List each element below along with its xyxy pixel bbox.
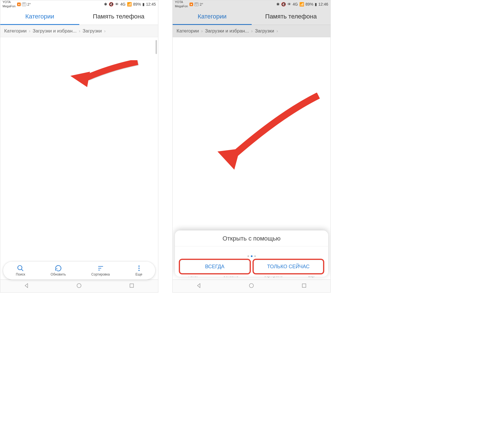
file-list xyxy=(0,37,158,262)
status-bar: YOTAMegaFon ●⛉2° ✱🔇👁4G📶 89%▮ 12:46 xyxy=(173,0,330,8)
open-with-sheet: Открыть с помощью ВСЕГДА ТОЛЬКО СЕЙЧАС xyxy=(175,230,328,277)
svg-point-2 xyxy=(138,268,139,269)
tab-categories[interactable]: Категории xyxy=(0,8,79,25)
recents-button[interactable] xyxy=(301,283,307,290)
tab-storage[interactable]: Память телефона xyxy=(79,8,158,25)
svg-point-4 xyxy=(77,283,81,288)
just-once-button[interactable]: ТОЛЬКО СЕЙЧАС xyxy=(254,260,323,273)
home-button[interactable] xyxy=(76,283,82,290)
android-navbar xyxy=(0,279,158,292)
phone-right: YOTAMegaFon ●⛉2° ✱🔇👁4G📶 89%▮ 12:46 Катег… xyxy=(172,0,331,293)
tab-storage[interactable]: Память телефона xyxy=(252,8,331,25)
tabs: Категории Память телефона xyxy=(0,8,158,25)
app-grid xyxy=(175,246,328,254)
scrollbar[interactable] xyxy=(156,40,157,54)
svg-rect-7 xyxy=(302,284,306,287)
always-button[interactable]: ВСЕГДА xyxy=(180,260,250,273)
back-button[interactable] xyxy=(24,283,30,290)
status-bar: YOTAMegaFon ●⛉2° ✱ 🔇 👁 4G 📶 89% ▮ 12:45 xyxy=(0,0,158,8)
battery-icon: ▮ xyxy=(142,2,145,6)
home-button[interactable] xyxy=(248,283,254,290)
sheet-title: Открыть с помощью xyxy=(175,230,328,246)
breadcrumb[interactable]: Категории› Загрузки и избран...› Загрузк… xyxy=(173,25,330,37)
clock: 12:46 xyxy=(318,2,328,6)
phone-left: YOTAMegaFon ●⛉2° ✱ 🔇 👁 4G 📶 89% ▮ 12:45 … xyxy=(0,0,158,293)
breadcrumb[interactable]: Категории› Загрузки и избран...› Загрузк… xyxy=(0,25,158,37)
eye-icon: 👁 xyxy=(115,2,119,6)
refresh-button[interactable]: Обновить xyxy=(51,265,66,276)
network-icon: 4G xyxy=(120,2,126,6)
bluetooth-icon: ✱ xyxy=(104,2,107,6)
svg-point-3 xyxy=(138,270,139,271)
android-navbar xyxy=(173,279,330,292)
recents-button[interactable] xyxy=(129,283,135,290)
svg-point-0 xyxy=(18,265,22,270)
tabs: Категории Память телефона xyxy=(173,8,330,25)
svg-point-6 xyxy=(249,283,254,288)
mute-icon: 🔇 xyxy=(109,2,114,6)
signal-icon: 📶 xyxy=(127,2,132,6)
search-button[interactable]: Поиск xyxy=(16,265,25,276)
tab-categories[interactable]: Категории xyxy=(173,8,252,25)
clock: 12:45 xyxy=(146,2,156,6)
svg-rect-5 xyxy=(130,284,134,287)
bottom-toolbar: Поиск Обновить Сортировка Еще xyxy=(3,262,155,279)
more-button[interactable]: Еще xyxy=(135,265,143,276)
back-button[interactable] xyxy=(196,283,202,290)
svg-point-1 xyxy=(138,265,139,267)
sort-button[interactable]: Сортировка xyxy=(91,265,110,276)
